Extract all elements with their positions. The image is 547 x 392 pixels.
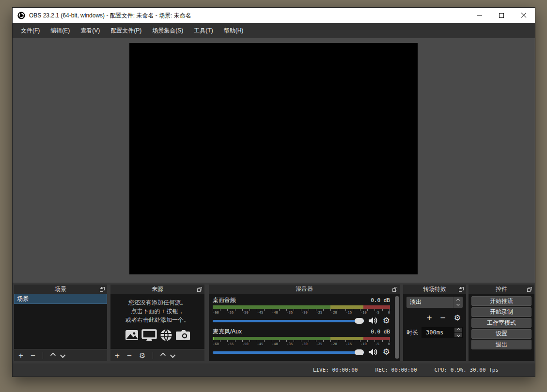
transition-select[interactable]: 淡出 <box>406 297 463 308</box>
move-scene-down-button[interactable] <box>60 352 65 358</box>
mixer-panel-title: 混音器 <box>296 285 313 293</box>
remove-transition-button[interactable]: − <box>440 313 446 322</box>
volume-meter <box>213 305 390 309</box>
browser-source-icon <box>159 329 173 342</box>
menu-tools[interactable]: 工具(T) <box>188 27 218 35</box>
menu-edit[interactable]: 编辑(E) <box>45 27 75 35</box>
duration-value: 300ms <box>426 329 443 336</box>
meter-tick-labels: -60-55-50-45-40-35-30-25-20-15-10-50 <box>213 311 390 315</box>
title-bar[interactable]: OBS 23.2.1 (64-bit, windows) - 配置文件: 未命名… <box>13 8 535 23</box>
duration-label: 时长 <box>406 329 418 337</box>
sources-empty-state[interactable]: 您还没有添加任何源。 点击下面的 + 按钮， 或者右击此处添加一个。 <box>110 294 204 349</box>
status-bar: LIVE: 00:00:00 REC: 00:00:00 CPU: 0.9%, … <box>13 363 535 377</box>
exit-button[interactable]: 退出 <box>471 340 531 349</box>
duration-increase-button[interactable] <box>454 328 462 332</box>
chevron-up-icon <box>456 299 460 302</box>
window-title: OBS 23.2.1 (64-bit, windows) - 配置文件: 未命名… <box>29 12 191 20</box>
sources-empty-line2: 点击下面的 + 按钮， <box>131 307 184 316</box>
add-source-button[interactable]: + <box>115 351 120 360</box>
controls-panel-title: 控件 <box>496 285 507 293</box>
toolbar-separator <box>153 352 153 359</box>
close-icon <box>521 13 527 18</box>
menu-file[interactable]: 文件(F) <box>16 27 45 35</box>
obs-window: OBS 23.2.1 (64-bit, windows) - 配置文件: 未命名… <box>12 7 535 377</box>
scenes-panel-header[interactable]: 场景 <box>14 285 107 294</box>
obs-logo-icon <box>17 12 25 19</box>
channel-level-db: 0.0 dB <box>371 297 390 303</box>
scene-list-item-selected[interactable]: 场景 <box>14 294 107 304</box>
volume-meter <box>213 337 390 340</box>
minimize-icon <box>477 15 482 16</box>
popout-icon[interactable] <box>100 287 105 292</box>
mixer-channel-mic-aux: 麦克风/Aux 0.0 dB -60-55-50-45-40-35-30-25-… <box>213 328 390 359</box>
start-streaming-button[interactable]: 开始推流 <box>471 296 531 306</box>
add-transition-button[interactable]: + <box>426 313 432 322</box>
remove-source-button[interactable]: − <box>127 351 132 360</box>
menu-scene-collection[interactable]: 场景集合(S) <box>147 27 188 35</box>
minimize-button[interactable] <box>468 8 490 23</box>
source-properties-button[interactable]: ⚙ <box>139 352 145 359</box>
volume-slider[interactable] <box>213 349 364 356</box>
volume-slider-handle[interactable] <box>355 318 364 324</box>
chevron-up-icon <box>456 328 460 332</box>
transition-properties-button[interactable]: ⚙ <box>454 314 461 322</box>
meter-active-level <box>213 337 214 340</box>
preview-area[interactable] <box>13 38 535 283</box>
transition-selected-value: 淡出 <box>410 298 422 306</box>
move-scene-up-button[interactable] <box>50 352 56 358</box>
duration-spinbox[interactable]: 300ms <box>422 327 463 338</box>
popout-icon[interactable] <box>459 287 464 292</box>
popout-icon[interactable] <box>527 287 532 292</box>
toolbar-separator <box>43 352 43 359</box>
settings-button[interactable]: 设置 <box>471 329 531 339</box>
image-source-icon <box>125 329 139 342</box>
add-scene-button[interactable]: + <box>18 351 23 360</box>
sources-toolbar: + − ⚙ <box>110 349 204 361</box>
meter-tick-labels: -60-55-50-45-40-35-30-25-20-15-10-50 <box>213 342 390 346</box>
live-time: LIVE: 00:00:00 <box>313 367 358 373</box>
menu-profile[interactable]: 配置文件(P) <box>105 27 147 35</box>
controls-panel: 控件 开始推流 开始录制 工作室模式 设置 退出 <box>469 285 534 361</box>
volume-slider-track <box>213 351 364 354</box>
transitions-panel-header[interactable]: 转场特效 <box>403 285 466 294</box>
channel-settings-gear-icon[interactable]: ⚙ <box>383 317 390 325</box>
scene-list[interactable]: 场景 <box>14 294 107 349</box>
channel-name: 麦克风/Aux <box>213 328 242 336</box>
window-controls <box>468 8 535 23</box>
sources-panel-header[interactable]: 来源 <box>110 285 204 294</box>
channel-settings-gear-icon[interactable]: ⚙ <box>383 348 390 356</box>
sources-empty-line1: 您还没有添加任何源。 <box>128 298 187 307</box>
scenes-toolbar: + − <box>14 349 107 361</box>
popout-icon[interactable] <box>392 287 397 292</box>
studio-mode-button[interactable]: 工作室模式 <box>471 318 531 328</box>
menu-help[interactable]: 帮助(H) <box>219 27 249 35</box>
program-canvas[interactable] <box>129 43 418 274</box>
source-type-icons <box>125 329 190 342</box>
chevron-down-icon <box>456 333 460 337</box>
remove-scene-button[interactable]: − <box>31 351 35 360</box>
mixer-panel-header[interactable]: 混音器 <box>209 285 400 294</box>
mixer-scrollbar-thumb[interactable] <box>395 296 399 359</box>
close-button[interactable] <box>513 8 535 23</box>
volume-slider-handle[interactable] <box>355 349 364 355</box>
volume-slider[interactable] <box>213 317 364 324</box>
move-source-up-button[interactable] <box>160 352 166 358</box>
mixer-panel: 混音器 桌面音频 0.0 dB -60-55-50-45-40-35-3 <box>209 285 400 361</box>
mixer-scrollbar[interactable] <box>395 296 399 359</box>
rec-time: REC: 00:00:00 <box>375 367 417 373</box>
start-recording-button[interactable]: 开始录制 <box>471 307 531 317</box>
duration-decrease-button[interactable] <box>454 333 462 338</box>
speaker-mute-button[interactable] <box>368 317 378 325</box>
transitions-panel-title: 转场特效 <box>423 285 446 293</box>
controls-panel-header[interactable]: 控件 <box>469 285 534 294</box>
menu-bar: 文件(F) 编辑(E) 查看(V) 配置文件(P) 场景集合(S) 工具(T) … <box>13 23 535 38</box>
transition-select-spinner[interactable] <box>453 297 463 308</box>
maximize-icon <box>499 13 504 18</box>
menu-view[interactable]: 查看(V) <box>75 27 105 35</box>
move-source-down-button[interactable] <box>170 352 175 358</box>
popout-icon[interactable] <box>197 287 202 292</box>
maximize-button[interactable] <box>490 8 513 23</box>
camera-source-icon <box>175 329 190 342</box>
speaker-mute-button[interactable] <box>368 348 378 356</box>
sources-panel: 来源 您还没有添加任何源。 点击下面的 + 按钮， 或者右击此处添加一个。 <box>110 285 204 361</box>
